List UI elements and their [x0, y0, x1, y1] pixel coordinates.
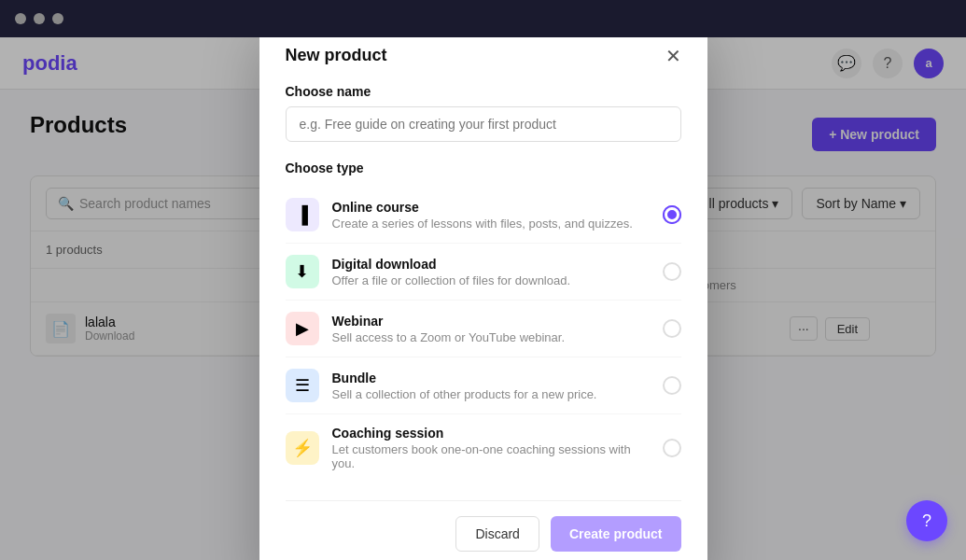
online-course-radio[interactable]: [663, 205, 681, 224]
digital-download-desc: Offer a file or collection of files for …: [332, 273, 650, 287]
product-name-input[interactable]: [286, 106, 681, 142]
choose-type-label: Choose type: [286, 161, 681, 175]
bundle-icon: ☰: [286, 369, 319, 402]
webinar-radio[interactable]: [663, 319, 681, 338]
digital-download-radio[interactable]: [663, 262, 681, 281]
online-course-desc: Create a series of lessons with files, p…: [332, 217, 650, 231]
close-modal-button[interactable]: ✕: [665, 47, 681, 65]
modal-footer: Discard Create product: [286, 500, 681, 552]
bundle-name: Bundle: [332, 371, 650, 385]
type-option-webinar[interactable]: ▶ Webinar Sell access to a Zoom or YouTu…: [286, 301, 681, 357]
coaching-icon: ⚡: [286, 431, 319, 465]
bundle-desc: Sell a collection of other products for …: [332, 387, 650, 401]
coaching-info: Coaching session Let customers book one-…: [332, 426, 650, 470]
online-course-info: Online course Create a series of lessons…: [332, 200, 650, 231]
type-option-bundle[interactable]: ☰ Bundle Sell a collection of other prod…: [286, 357, 681, 414]
window-dot-1: [15, 13, 26, 24]
window-dot-2: [34, 13, 45, 24]
discard-button[interactable]: Discard: [455, 516, 539, 552]
modal-overlay: New product ✕ Choose name Choose type ▐ …: [0, 37, 966, 560]
bundle-radio[interactable]: [663, 376, 681, 395]
online-course-icon: ▐: [286, 198, 319, 231]
digital-download-info: Digital download Offer a file or collect…: [332, 257, 650, 287]
webinar-info: Webinar Sell access to a Zoom or YouTube…: [332, 314, 650, 344]
type-option-coaching-session[interactable]: ⚡ Coaching session Let customers book on…: [286, 414, 681, 482]
modal-title: New product: [286, 46, 387, 65]
digital-download-name: Digital download: [332, 257, 650, 272]
create-product-button[interactable]: Create product: [551, 516, 681, 552]
digital-download-icon: ⬇: [286, 255, 319, 288]
type-option-online-course[interactable]: ▐ Online course Create a series of lesso…: [286, 187, 681, 244]
coaching-desc: Let customers book one-on-one coaching s…: [332, 442, 650, 470]
webinar-desc: Sell access to a Zoom or YouTube webinar…: [332, 330, 650, 344]
coaching-name: Coaching session: [332, 426, 650, 441]
app: podia 💬 ? a Products + New product 🔍 Sea…: [0, 37, 966, 560]
online-course-name: Online course: [332, 200, 650, 215]
modal-header: New product ✕: [286, 46, 681, 65]
webinar-name: Webinar: [332, 314, 650, 329]
new-product-modal: New product ✕ Choose name Choose type ▐ …: [259, 37, 707, 560]
choose-name-label: Choose name: [286, 84, 681, 99]
bundle-info: Bundle Sell a collection of other produc…: [332, 371, 650, 401]
webinar-icon: ▶: [286, 312, 319, 345]
window-dot-3: [52, 13, 63, 24]
title-bar: [0, 0, 966, 37]
product-type-list: ▐ Online course Create a series of lesso…: [286, 187, 681, 482]
type-option-digital-download[interactable]: ⬇ Digital download Offer a file or colle…: [286, 244, 681, 301]
help-bubble[interactable]: ?: [906, 500, 947, 541]
coaching-radio[interactable]: [663, 439, 681, 457]
